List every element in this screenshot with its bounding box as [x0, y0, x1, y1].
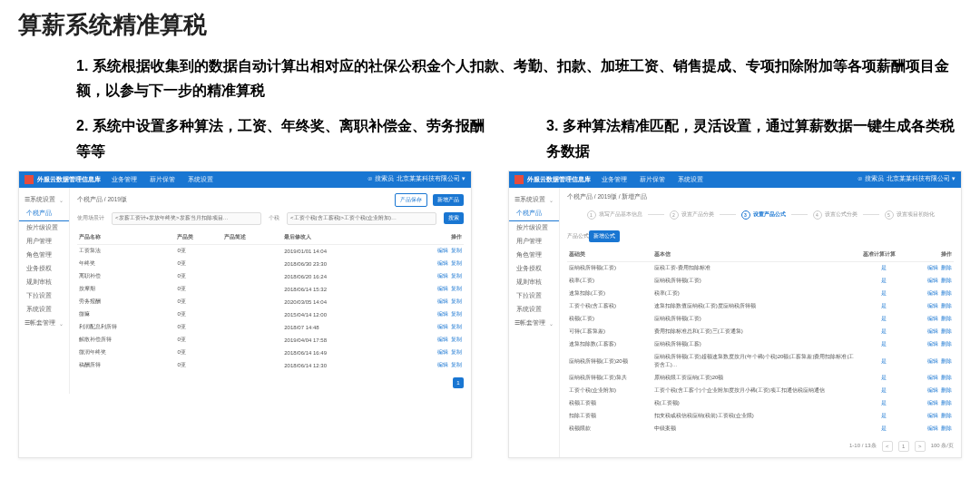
filter-input[interactable]: <工资个税(含工薪税)>工资个税(企业附加)… [287, 212, 436, 225]
sidebar-item[interactable]: 规则审核 [19, 276, 69, 289]
sidebar-item[interactable]: 下拉设置 [509, 289, 559, 303]
breadcrumb: 个税产品 / 2019版 [77, 196, 127, 204]
sidebar-group[interactable]: ☰ 帐套管理⌄ [19, 317, 69, 330]
edit-link[interactable]: 编辑 [927, 316, 938, 321]
edit-link[interactable]: 编辑 [927, 425, 938, 431]
delete-link[interactable]: 删除 [941, 400, 952, 406]
delete-link[interactable]: 删除 [941, 328, 952, 334]
next-page[interactable]: > [915, 441, 926, 452]
sidebar-item[interactable]: 用户管理 [19, 235, 69, 249]
sidebar-item[interactable]: 业务授权 [509, 262, 559, 276]
step[interactable]: 5设置项目初始化 [885, 210, 935, 220]
sidebar-item[interactable]: 按片级设置 [19, 221, 69, 235]
edit-link[interactable]: 编辑 [437, 324, 448, 329]
edit-link[interactable]: 编辑 [437, 298, 448, 304]
nav-item[interactable]: 系统设置 [188, 175, 213, 184]
edit-link[interactable]: 编辑 [927, 303, 938, 308]
nav-item[interactable]: 薪片保管 [150, 175, 175, 184]
copy-link[interactable]: 复制 [451, 298, 462, 304]
sidebar-group[interactable]: ☰ 帐套管理⌄ [509, 317, 559, 330]
delete-link[interactable]: 删除 [941, 265, 952, 270]
table-row: 利润配息利所得0亚2018/07 14:48编辑复制 [77, 321, 464, 334]
copy-link[interactable]: 复制 [451, 273, 462, 279]
table-row: 应纳税所得额(工资)应税工资-费用扣除标准是编辑删除 [567, 261, 954, 275]
breadcrumb: 个税产品 / 2019版 / 新增产品 [567, 193, 647, 201]
edit-link[interactable]: 编辑 [437, 362, 448, 367]
edit-link[interactable]: 编辑 [437, 273, 448, 279]
sidebar-item[interactable]: 角色管理 [509, 249, 559, 262]
edit-link[interactable]: 编辑 [927, 358, 938, 364]
copy-link[interactable]: 复制 [451, 349, 462, 355]
step[interactable]: 1填写产品基本信息 [587, 210, 642, 220]
copy-link[interactable]: 复制 [451, 337, 462, 342]
delete-link[interactable]: 删除 [941, 387, 952, 393]
table-row: 扣除工资额扣支税或税信税应纳(税前)工资税(企业限)是编辑删除 [567, 410, 954, 423]
step[interactable]: 2设置产品分类 [670, 210, 714, 220]
edit-link[interactable]: 编辑 [927, 328, 938, 334]
prev-page[interactable]: < [882, 441, 893, 452]
sidebar-item[interactable]: 角色管理 [19, 249, 69, 262]
table-row: 速算扣除数(工薪薪)应纳税所得额(工薪)是编辑删除 [567, 338, 954, 351]
page-number[interactable]: 1 [898, 441, 909, 452]
sidebar-item[interactable]: 业务授权 [19, 262, 69, 276]
edit-link[interactable]: 编辑 [437, 260, 448, 266]
delete-link[interactable]: 删除 [941, 303, 952, 308]
nav-item[interactable]: 业务管理 [602, 175, 627, 184]
edit-link[interactable]: 编辑 [927, 341, 938, 347]
copy-link[interactable]: 复制 [451, 260, 462, 266]
sidebar-group[interactable]: ☰ 系统设置⌄ [19, 193, 69, 207]
search-icon[interactable]: ⊙ [858, 175, 865, 181]
save-button[interactable]: 产品保存 [395, 193, 427, 207]
sidebar-item[interactable]: 系统设置 [509, 303, 559, 317]
copy-link[interactable]: 复制 [451, 286, 462, 291]
edit-link[interactable]: 编辑 [437, 337, 448, 342]
table-row: 可得(工薪算差)费用扣除标准总和(工资)三(工资通算)是编辑删除 [567, 326, 954, 338]
stepper: 1填写产品基本信息 2设置产品分类 3设置产品公式 4设置公式分类 5设置项目初… [567, 210, 954, 220]
nav-item[interactable]: 业务管理 [112, 175, 137, 184]
sidebar-item[interactable]: 用户管理 [509, 235, 559, 249]
edit-link[interactable]: 编辑 [927, 400, 938, 406]
edit-link[interactable]: 编辑 [927, 375, 938, 380]
filter-input[interactable]: <发薪工资计+发放年终奖>发薪当月扣除项目… [112, 212, 261, 225]
edit-link[interactable]: 编辑 [927, 413, 938, 418]
delete-link[interactable]: 删除 [941, 341, 952, 347]
edit-link[interactable]: 编辑 [437, 248, 448, 253]
copy-link[interactable]: 复制 [451, 248, 462, 253]
delete-link[interactable]: 删除 [941, 290, 952, 296]
sidebar-item[interactable]: 个税产品 [19, 207, 69, 221]
nav-item[interactable]: 薪片保管 [640, 175, 665, 184]
nav-item[interactable]: 系统设置 [678, 175, 703, 184]
table-row: 工资个税(企业附加)工资个税(含工薪个)个企业附加度按月小稀(工资)项工扣通信税… [567, 385, 954, 397]
copy-link[interactable]: 复制 [451, 311, 462, 317]
delete-link[interactable]: 删除 [941, 316, 952, 321]
add-button[interactable]: 新增产品 [433, 194, 464, 206]
delete-link[interactable]: 删除 [941, 358, 952, 364]
edit-link[interactable]: 编辑 [927, 265, 938, 270]
delete-link[interactable]: 删除 [941, 278, 952, 283]
sidebar-item[interactable]: 按片级设置 [509, 221, 559, 235]
table-row: 离职补偿0亚2018/06/20 16:24编辑复制 [77, 270, 464, 283]
search-button[interactable]: 搜索 [444, 212, 464, 224]
sidebar-item[interactable]: 个税产品 [509, 207, 559, 221]
sidebar-group[interactable]: ☰ 系统设置⌄ [509, 193, 559, 207]
step-active[interactable]: 3设置产品公式 [741, 210, 786, 220]
delete-link[interactable]: 删除 [941, 375, 952, 380]
edit-link[interactable]: 编辑 [437, 286, 448, 291]
step[interactable]: 4设置公式分类 [813, 210, 858, 220]
add-formula-button[interactable]: 新增公式 [589, 230, 620, 242]
copy-link[interactable]: 复制 [451, 362, 462, 367]
edit-link[interactable]: 编辑 [927, 290, 938, 296]
edit-link[interactable]: 编辑 [927, 278, 938, 283]
delete-link[interactable]: 删除 [941, 413, 952, 418]
sidebar-item[interactable]: 系统设置 [19, 303, 69, 317]
table-row: 稿酬所得0亚2018/06/14 12:30编辑复制 [77, 359, 464, 372]
edit-link[interactable]: 编辑 [437, 349, 448, 355]
search-icon[interactable]: ⊙ [368, 175, 375, 181]
edit-link[interactable]: 编辑 [437, 311, 448, 317]
copy-link[interactable]: 复制 [451, 324, 462, 329]
sidebar-item[interactable]: 规则审核 [509, 276, 559, 289]
sidebar-item[interactable]: 下拉设置 [19, 289, 69, 303]
delete-link[interactable]: 删除 [941, 425, 952, 431]
page-number[interactable]: 1 [453, 377, 464, 388]
edit-link[interactable]: 编辑 [927, 387, 938, 393]
